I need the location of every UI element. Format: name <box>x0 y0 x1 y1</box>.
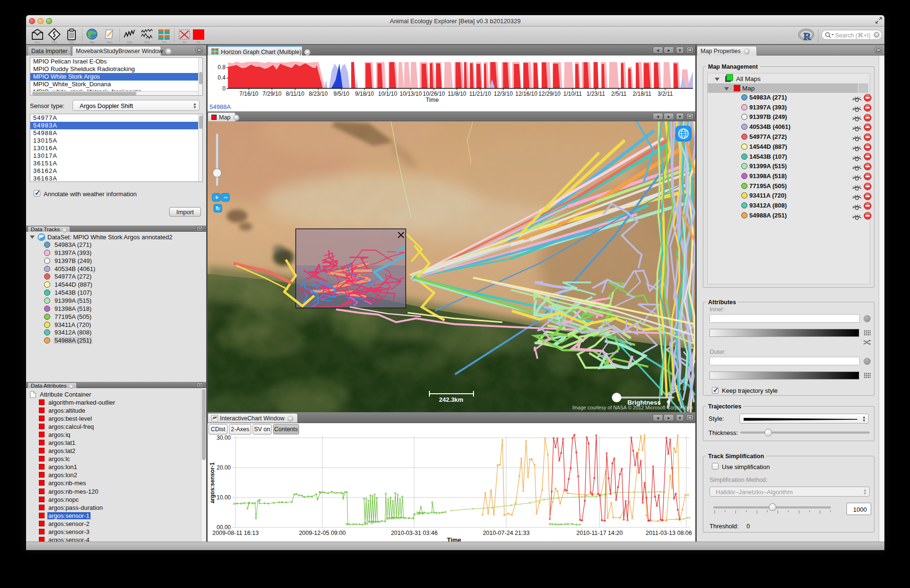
svg-text:9/18/10: 9/18/10 <box>355 90 374 97</box>
svg-text:1/23/11: 1/23/11 <box>586 90 605 97</box>
svg-text:Time: Time <box>426 97 438 103</box>
svg-text:2010-07-24 21:33: 2010-07-24 21:33 <box>483 530 530 536</box>
svg-text:10/13/10: 10/13/10 <box>400 90 422 97</box>
svg-text:20.00: 20.00 <box>217 464 231 471</box>
svg-text:9/5/10: 9/5/10 <box>334 90 350 97</box>
svg-text:8/23/10: 8/23/10 <box>309 90 328 97</box>
svg-text:8/11/10: 8/11/10 <box>286 90 304 97</box>
svg-text:0.4: 0.4 <box>218 74 226 81</box>
svg-text:2/5/11: 2/5/11 <box>611 90 627 97</box>
svg-text:7/16/10: 7/16/10 <box>239 90 258 97</box>
svg-text:2011-03-13 08:06: 2011-03-13 08:06 <box>646 530 692 536</box>
svg-text:R: R <box>803 30 811 42</box>
svg-text:↻: ↻ <box>216 206 220 211</box>
svg-text:12/16/10: 12/16/10 <box>515 90 537 97</box>
svg-text:242.3km: 242.3km <box>439 396 463 403</box>
svg-text:0.8: 0.8 <box>218 64 226 71</box>
svg-text:Image courtesy of NASA © 2012: Image courtesy of NASA © 2012 Microsoft … <box>572 405 693 410</box>
svg-text:10/26/10: 10/26/10 <box>423 90 445 97</box>
svg-text:argos:sensor-1: argos:sensor-1 <box>209 462 216 503</box>
svg-text:12/29/10: 12/29/10 <box>538 90 561 97</box>
svg-text:10/1/10: 10/1/10 <box>378 90 397 97</box>
svg-text:30.00: 30.00 <box>217 434 231 441</box>
svg-text:1/10/11: 1/10/11 <box>564 90 582 97</box>
svg-text:10.00: 10.00 <box>217 494 231 501</box>
svg-text:7/29/10: 7/29/10 <box>263 90 282 97</box>
svg-text:2009-08-11 16:13: 2009-08-11 16:13 <box>212 530 259 536</box>
svg-text:3/2/11: 3/2/11 <box>657 90 673 97</box>
svg-text:2010-03-31 03:46: 2010-03-31 03:46 <box>391 530 438 536</box>
svg-text:+: + <box>215 194 218 201</box>
svg-text:0: 0 <box>222 85 226 92</box>
svg-text:2010-11-17 14:20: 2010-11-17 14:20 <box>576 530 623 536</box>
svg-text:2/18/11: 2/18/11 <box>633 90 651 97</box>
svg-text:12/3/10: 12/3/10 <box>494 90 513 97</box>
svg-text:11/8/10: 11/8/10 <box>448 90 466 97</box>
svg-text:−: − <box>224 194 228 201</box>
svg-text:2009-12-05 09:00: 2009-12-05 09:00 <box>299 530 346 536</box>
svg-text:11/21/10: 11/21/10 <box>469 90 491 97</box>
svg-text:54988A: 54988A <box>209 103 231 110</box>
